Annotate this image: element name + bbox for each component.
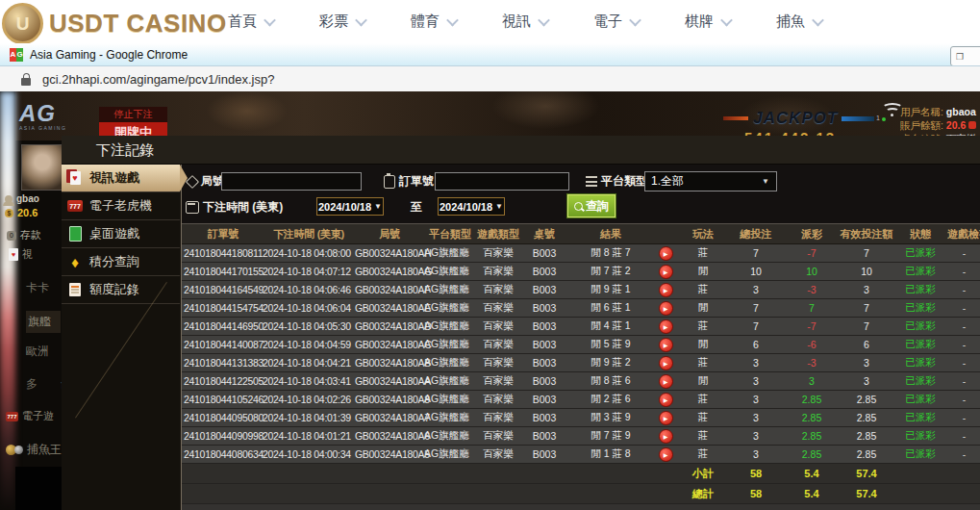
platform-type-select[interactable]: 1.全部 ▼: [644, 171, 777, 191]
table-row: 2410180441547542024-10-18 04:06:04GB0032…: [182, 299, 980, 318]
payout-cell: 7: [784, 302, 840, 314]
sidebar-item-slot-machine[interactable]: 777 電子老虎機: [62, 192, 180, 220]
replay-button[interactable]: ▶: [659, 429, 673, 444]
user-name-row: 用戶名稱: gbaoa: [900, 105, 980, 118]
sidebar-item-points-query[interactable]: ♦ 積分查詢: [62, 248, 180, 276]
site-logo[interactable]: U USDT CASINO: [2, 3, 227, 44]
date-to-picker[interactable]: 2024/10/18▼: [438, 197, 505, 216]
game-cell: 百家樂: [476, 246, 520, 260]
replay-cell: ▶: [653, 429, 678, 444]
nav-item-5[interactable]: 棋牌: [685, 13, 731, 31]
fish-coin-icon-2: [14, 446, 23, 454]
lobby-item-europe[interactable]: 歐洲: [26, 344, 49, 360]
time-cell: 2024-10-18 04:04:21: [263, 357, 355, 369]
nav-item-0[interactable]: 首頁: [228, 13, 274, 31]
view-cell: -: [947, 247, 980, 259]
lobby-video[interactable]: ♥視: [9, 247, 33, 262]
window-restore-button[interactable]: ❐: [950, 46, 980, 66]
subtotal-payout: 5.4: [784, 468, 840, 479]
replay-button[interactable]: ▶: [659, 246, 673, 261]
platform-cell: AG旗艦廳: [424, 356, 476, 370]
payout-cell: -6: [784, 339, 840, 350]
address-bar[interactable]: gci.2hhapi.com/agingame/pcv1/index.jsp?: [0, 66, 980, 93]
lobby-item-fishing[interactable]: 捕魚王: [6, 442, 62, 458]
replay-button[interactable]: ▶: [659, 283, 673, 297]
nav-item-1[interactable]: 彩票: [319, 13, 365, 31]
replay-button[interactable]: ▶: [659, 411, 673, 425]
tag-icon: [186, 174, 199, 188]
sidebar-item-video-games[interactable]: ♥ 視訊遊戲: [62, 165, 180, 192]
bet-cell: 10: [728, 266, 784, 277]
status-cell: 已派彩: [893, 356, 947, 370]
nav-item-3[interactable]: 視訊: [502, 13, 548, 31]
payout-cell: -3: [784, 357, 840, 369]
status-cell: 已派彩: [893, 374, 947, 388]
valid-cell: 3: [840, 357, 893, 369]
status-cell: 已派彩: [893, 246, 947, 260]
replay-cell: ▶: [653, 411, 678, 425]
view-cell: -: [947, 284, 980, 295]
nav-item-label: 彩票: [319, 13, 348, 31]
order-cell: 241018044170155: [182, 266, 263, 277]
payout-cell: 10: [784, 266, 840, 277]
result-cell: 閒 3 莊 9: [568, 411, 653, 424]
table-row: 2410180441701552024-10-18 04:07:12GB0032…: [182, 263, 980, 281]
view-cell: -: [947, 448, 980, 460]
valid-cell: 3: [840, 375, 893, 387]
result-cell: 閒 8 莊 6: [568, 374, 653, 388]
valid-cell: 2.85: [840, 394, 893, 405]
round-cell: GB00324A180AG: [355, 266, 424, 277]
round-cell: GB00324A180A7: [355, 412, 424, 423]
bet-cell: 3: [728, 394, 784, 405]
modal-title: 下注記錄: [62, 136, 980, 165]
lobby-item-flagship[interactable]: 旗艦: [26, 311, 61, 333]
order-cell: 241018044131383: [182, 357, 263, 369]
window-titlebar[interactable]: A G Asia Gaming - Google Chrome ❐: [0, 43, 980, 66]
valid-cell: 7: [840, 247, 893, 259]
url-text: gci.2hhapi.com/agingame/pcv1/index.jsp?: [42, 72, 274, 87]
bet-cell: 6: [728, 339, 784, 350]
sidebar-item-table-games[interactable]: 桌面遊戲: [62, 220, 180, 248]
grand-total-row: 總計 58 5.4 57.4: [182, 484, 980, 504]
valid-cell: 2.85: [840, 430, 893, 442]
header-valid: 有效投注額: [840, 227, 893, 242]
time-cell: 2024-10-18 04:01:21: [263, 430, 355, 442]
replay-button[interactable]: ▶: [659, 301, 673, 316]
play-cell: 閒: [678, 301, 728, 315]
replay-button[interactable]: ▶: [659, 356, 673, 370]
order-input[interactable]: [435, 172, 569, 191]
time-cell: 2024-10-18 04:00:34: [263, 448, 355, 460]
lobby-item-kaka[interactable]: 卡卡: [26, 280, 49, 296]
game-cell: 百家樂: [476, 265, 520, 278]
replay-button[interactable]: ▶: [659, 374, 673, 389]
stop-betting-label: 停止下注: [99, 107, 167, 122]
user-name-value: gbaoa: [946, 106, 976, 117]
total-bet: 58: [728, 488, 784, 499]
lobby-item-slots[interactable]: 777電子遊: [6, 409, 54, 423]
ag-logo: AG ASIA GAMING: [19, 102, 66, 131]
lobby-deposit[interactable]: 0存款: [7, 228, 41, 242]
date-from-picker[interactable]: 2024/10/18▼: [316, 197, 384, 216]
replay-button[interactable]: ▶: [659, 447, 673, 462]
lobby-balance: $20.6: [5, 207, 38, 218]
result-cell: 閒 9 莊 2: [568, 356, 653, 370]
nav-item-2[interactable]: 體育: [411, 13, 457, 31]
replay-button[interactable]: ▶: [659, 393, 673, 407]
chevron-down-icon: [446, 14, 459, 27]
balance-value: 20.6: [946, 119, 966, 131]
refresh-balance-icon[interactable]: [968, 121, 976, 129]
platform-icon: [586, 176, 597, 187]
replay-button[interactable]: ▶: [659, 338, 673, 352]
round-cell: GB00324A180A6: [355, 430, 424, 442]
replay-button[interactable]: ▶: [659, 319, 673, 334]
chevron-down-icon: [720, 14, 733, 27]
search-button[interactable]: 查詢: [567, 194, 616, 217]
order-cell: 241018044122505: [182, 375, 263, 387]
nav-item-4[interactable]: 電子: [593, 13, 640, 31]
round-input[interactable]: [221, 172, 362, 191]
replay-button[interactable]: ▶: [659, 265, 673, 279]
platform-cell: AG旗艦廳: [424, 265, 476, 278]
play-cell: 閒: [678, 265, 728, 278]
table-row: 2410180441052462024-10-18 04:02:26GB0032…: [182, 391, 980, 409]
nav-item-6[interactable]: 捕魚: [776, 13, 822, 31]
